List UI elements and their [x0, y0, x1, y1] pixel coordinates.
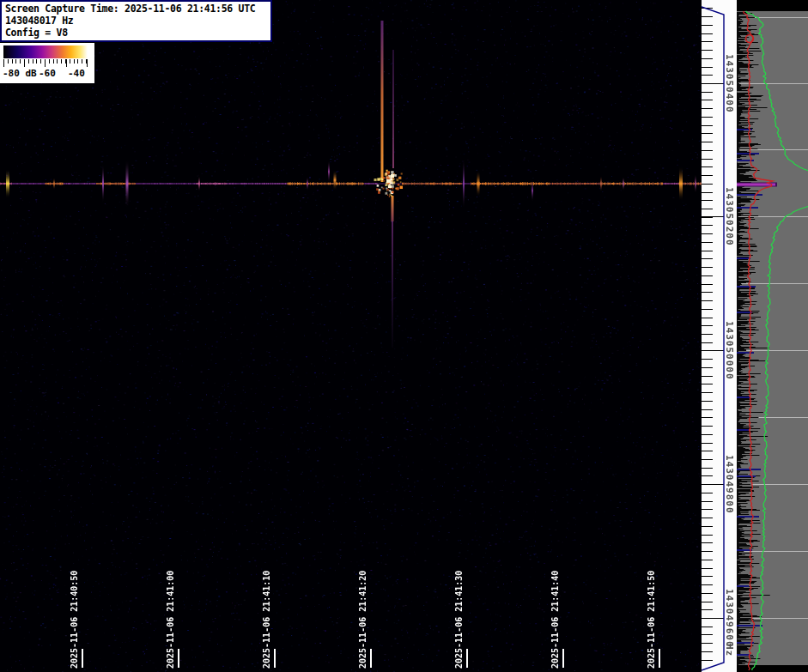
time-tick: [659, 649, 660, 668]
time-tick: [178, 649, 179, 668]
time-tick: [274, 649, 276, 668]
center-frequency-text: 143048017 Hz: [5, 15, 267, 27]
db-color-legend: -80 dB -60 -40: [0, 43, 94, 83]
legend-labels: -80 dB -60 -40: [0, 68, 94, 82]
time-label: 2025-11-06 21:41:50: [647, 571, 656, 669]
legend-max-label: -40: [68, 68, 85, 79]
capture-time-text: Screen Capture Time: 2025-11-06 21:41:56…: [5, 3, 267, 15]
frequency-label: 143050400: [724, 54, 735, 113]
time-label: 2025-11-06 21:41:40: [550, 571, 560, 669]
frequency-label: 143049800: [724, 455, 735, 514]
spectrum-panel-canvas: [737, 0, 808, 672]
legend-min-label: -80 dB: [3, 68, 37, 79]
time-tick: [466, 649, 468, 668]
time-tick: [370, 649, 372, 668]
time-tick: [82, 649, 83, 668]
frequency-label: 143050200: [724, 187, 735, 246]
time-label: 2025-11-06 21:41:10: [262, 571, 271, 669]
frequency-label: 143049600: [724, 589, 735, 648]
time-label: 2025-11-06 21:40:50: [70, 571, 79, 669]
colormap-gradient-bar: [3, 45, 90, 58]
frequency-label: 143050000: [724, 321, 735, 380]
frequency-unit-label: Hz: [724, 644, 735, 657]
time-label: 2025-11-06 21:41:20: [358, 571, 368, 669]
config-text: Config = V8: [5, 27, 267, 39]
capture-info-box: Screen Capture Time: 2025-11-06 21:41:56…: [0, 0, 272, 42]
time-label: 2025-11-06 21:41:30: [454, 571, 464, 669]
time-tick: [562, 649, 564, 668]
legend-tick-ruler: [3, 59, 90, 67]
screen-capture-view: Screen Capture Time: 2025-11-06 21:41:56…: [0, 0, 808, 672]
legend-mid-label: -60: [39, 68, 56, 79]
waterfall-spectrogram-canvas: [0, 0, 702, 672]
time-label: 2025-11-06 21:41:00: [166, 571, 175, 669]
